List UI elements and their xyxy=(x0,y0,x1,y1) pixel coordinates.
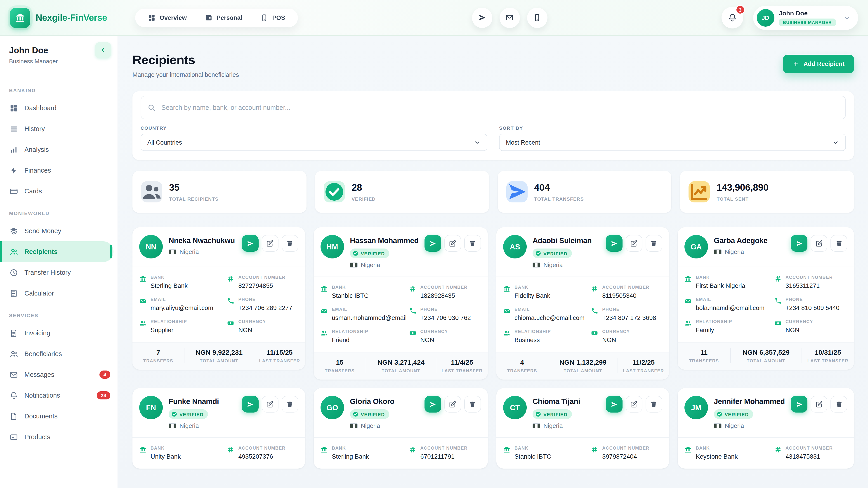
recipient-head-info: Funke Nnamdi VERIFIED Nigeria xyxy=(168,396,219,429)
avatar: JD xyxy=(756,9,774,26)
chevron-down-icon xyxy=(832,139,839,146)
sidebar-item-history[interactable]: History xyxy=(0,119,118,139)
top-nav-item-personal[interactable]: Personal xyxy=(205,14,242,22)
top-nav-item-overview[interactable]: Overview xyxy=(148,14,187,22)
delete-recipient-button[interactable] xyxy=(464,396,481,413)
recipient-actions xyxy=(606,396,662,429)
quick-action-mail[interactable] xyxy=(499,7,520,28)
edit-recipient-button[interactable] xyxy=(811,235,827,252)
banknote-icon xyxy=(409,329,416,337)
delete-recipient-button[interactable] xyxy=(464,235,481,252)
recipient-details: BANK Unity Bank ACCOUNT NUMBER 493520737… xyxy=(132,437,305,468)
edit-recipient-button[interactable] xyxy=(626,235,643,252)
card-icon xyxy=(205,14,213,22)
calculator-icon xyxy=(9,289,18,297)
trash-icon xyxy=(650,400,657,408)
send-money-button[interactable] xyxy=(425,235,441,252)
sidebar-item-products[interactable]: Products xyxy=(0,427,118,447)
search-filter-card: COUNTRY All Countries SORT BY Most Recen… xyxy=(132,91,854,160)
edit-recipient-button[interactable] xyxy=(444,235,461,252)
sidebar-collapse-button[interactable] xyxy=(95,42,111,58)
users-icon xyxy=(9,248,18,256)
delete-recipient-button[interactable] xyxy=(282,235,298,252)
country-select[interactable]: All Countries xyxy=(141,134,487,151)
relationship-cell: RELATIONSHIP Family xyxy=(684,319,771,333)
sidebar-item-dashboard[interactable]: Dashboard xyxy=(0,98,118,119)
grid-icon xyxy=(148,14,156,22)
recipient-card-header: FN Funke Nnamdi VERIFIED Nigeria xyxy=(132,388,305,437)
send-money-button[interactable] xyxy=(242,396,258,413)
edit-icon xyxy=(267,240,274,247)
mobile-icon xyxy=(533,13,541,22)
trash-icon xyxy=(835,240,842,247)
mail-icon xyxy=(9,370,18,379)
edit-recipient-button[interactable] xyxy=(444,396,461,413)
sidebar-item-calculator[interactable]: Calculator xyxy=(0,283,118,304)
sidebar: John Doe Business Manager BANKING Dashbo… xyxy=(0,36,118,488)
verified-badge: VERIFIED xyxy=(168,410,208,419)
email-cell: EMAIL mary.aliyu@email.com xyxy=(139,297,223,311)
user-menu[interactable]: JD John Doe BUSINESS MANAGER xyxy=(753,6,858,30)
users-solid-icon xyxy=(141,181,162,202)
hash-icon xyxy=(409,446,416,453)
recipient-head-info: Jennifer Mohammed VERIFIED Nigeria xyxy=(714,396,785,429)
recipient-card-header: AS Adaobi Suleiman VERIFIED Nigeria xyxy=(496,227,669,276)
country-filter-label: COUNTRY xyxy=(141,125,487,131)
sort-filter-label: SORT BY xyxy=(499,125,846,131)
nigeria-flag-icon xyxy=(168,423,176,428)
edit-recipient-button[interactable] xyxy=(262,396,278,413)
total-amount-stat: NGN 6,357,529 TOTAL AMOUNT xyxy=(730,348,801,363)
sidebar-section-label: MONIEWORLD xyxy=(9,210,108,216)
sidebar-item-cards[interactable]: Cards xyxy=(0,181,118,201)
bank-icon xyxy=(15,12,25,23)
delete-recipient-button[interactable] xyxy=(831,396,847,413)
user-info: John Doe BUSINESS MANAGER xyxy=(779,9,836,26)
recipient-actions xyxy=(791,396,847,429)
mail-solid-icon xyxy=(684,297,692,304)
delete-recipient-button[interactable] xyxy=(831,235,847,252)
users-solid-icon xyxy=(684,320,692,327)
send-icon xyxy=(611,400,618,408)
sidebar-item-documents[interactable]: Documents xyxy=(0,406,118,427)
send-money-button[interactable] xyxy=(606,235,622,252)
top-bar: Nexgile-FinVerse Overview Personal POS 3… xyxy=(0,0,868,36)
send-money-button[interactable] xyxy=(425,396,441,413)
top-nav-item-pos[interactable]: POS xyxy=(260,14,285,22)
delete-recipient-button[interactable] xyxy=(646,396,662,413)
sidebar-section-label: SERVICES xyxy=(9,313,108,318)
quick-action-mobile[interactable] xyxy=(527,7,547,28)
add-recipient-button[interactable]: Add Recipient xyxy=(783,55,854,73)
send-icon xyxy=(478,13,486,22)
sidebar-item-beneficiaries[interactable]: Beneficiaries xyxy=(0,344,118,364)
avatar: AS xyxy=(503,235,527,258)
check-circle-icon xyxy=(352,411,359,417)
send-money-button[interactable] xyxy=(606,396,622,413)
edit-recipient-button[interactable] xyxy=(262,235,278,252)
sidebar-item-transfer-history[interactable]: Transfer History xyxy=(0,262,118,283)
send-money-button[interactable] xyxy=(791,396,807,413)
sidebar-item-recipients[interactable]: Recipients xyxy=(0,241,114,262)
recipient-actions xyxy=(791,235,847,258)
sidebar-item-messages[interactable]: Messages 4 xyxy=(0,364,118,385)
sidebar-item-send-money[interactable]: Send Money xyxy=(0,221,118,241)
sort-select[interactable]: Most Recent xyxy=(499,134,846,151)
sidebar-item-invoicing[interactable]: Invoicing xyxy=(0,323,118,344)
send-money-button[interactable] xyxy=(242,235,258,252)
sidebar-item-analysis[interactable]: Analysis xyxy=(0,139,118,160)
stat-text: 404 TOTAL TRANSFERS xyxy=(534,182,584,201)
stats-row: 35 TOTAL RECIPIENTS 28 VERIFIED 404 TOTA… xyxy=(132,171,854,213)
sidebar-item-notifications[interactable]: Notifications 23 xyxy=(0,385,118,406)
edit-recipient-button[interactable] xyxy=(811,396,827,413)
delete-recipient-button[interactable] xyxy=(646,235,662,252)
recipient-name: Garba Adegoke xyxy=(714,236,768,245)
delete-recipient-button[interactable] xyxy=(282,396,298,413)
recipient-name: Nneka Nwachukwu xyxy=(168,236,235,245)
search-input[interactable] xyxy=(141,96,846,119)
send-money-button[interactable] xyxy=(791,235,807,252)
quick-action-send[interactable] xyxy=(472,7,492,28)
recipient-head-info: Nneka Nwachukwu Nigeria xyxy=(168,235,235,258)
sidebar-item-finances[interactable]: Finances xyxy=(0,160,118,181)
user-name: John Doe xyxy=(779,9,836,17)
invoice-icon xyxy=(9,329,18,337)
edit-recipient-button[interactable] xyxy=(626,396,643,413)
